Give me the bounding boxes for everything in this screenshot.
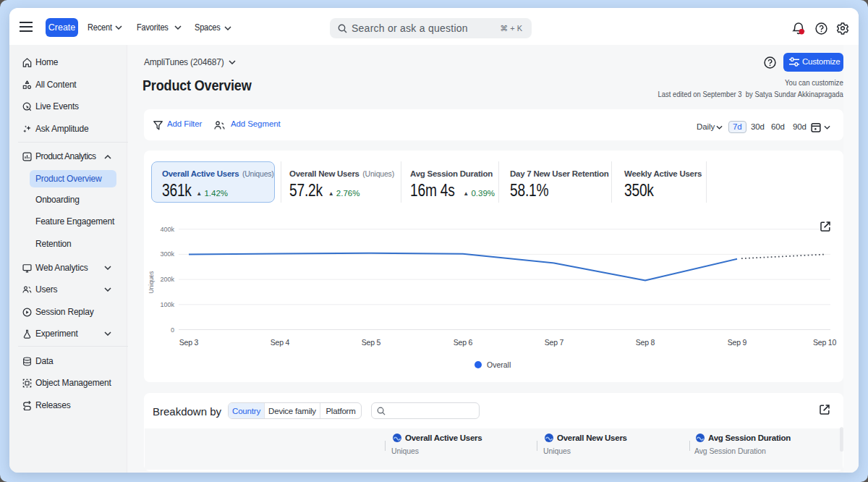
- svg-text:Sep 6: Sep 6: [454, 338, 473, 347]
- svg-text:Sep 7: Sep 7: [545, 338, 564, 347]
- svg-text:Uniques: Uniques: [148, 271, 155, 293]
- svg-text:300k: 300k: [160, 250, 174, 258]
- svg-text:Sep 8: Sep 8: [636, 338, 655, 347]
- svg-text:Overall: Overall: [487, 360, 511, 369]
- svg-text:Sep 10: Sep 10: [813, 338, 836, 347]
- svg-text:0: 0: [171, 326, 174, 334]
- svg-text:Sep 9: Sep 9: [728, 338, 747, 347]
- svg-text:100k: 100k: [160, 301, 174, 308]
- svg-text:200k: 200k: [160, 276, 174, 283]
- svg-text:Sep 4: Sep 4: [271, 338, 290, 347]
- svg-text:400k: 400k: [160, 226, 174, 233]
- svg-text:Sep 5: Sep 5: [362, 338, 381, 347]
- svg-text:Sep 3: Sep 3: [179, 338, 199, 347]
